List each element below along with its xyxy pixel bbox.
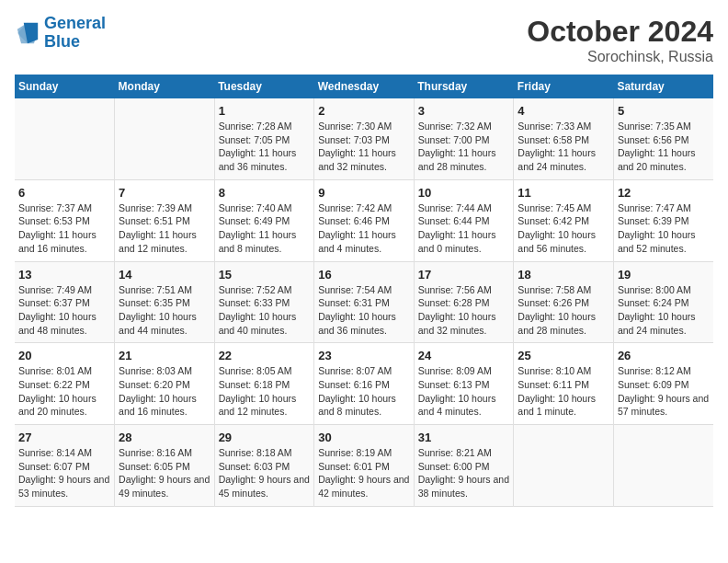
day-info: Sunrise: 7:47 AM Sunset: 6:39 PM Dayligh… bbox=[618, 201, 710, 256]
day-number: 26 bbox=[618, 349, 710, 362]
day-info: Sunrise: 8:12 AM Sunset: 6:09 PM Dayligh… bbox=[618, 364, 710, 419]
calendar-cell: 28Sunrise: 8:16 AM Sunset: 6:05 PM Dayli… bbox=[115, 425, 215, 507]
logo: General Blue bbox=[15, 15, 106, 52]
calendar-cell: 26Sunrise: 8:12 AM Sunset: 6:09 PM Dayli… bbox=[613, 343, 713, 425]
calendar-cell: 14Sunrise: 7:51 AM Sunset: 6:35 PM Dayli… bbox=[115, 261, 215, 343]
day-number: 29 bbox=[219, 431, 311, 444]
day-info: Sunrise: 7:54 AM Sunset: 6:31 PM Dayligh… bbox=[318, 283, 410, 338]
day-info: Sunrise: 8:01 AM Sunset: 6:22 PM Dayligh… bbox=[18, 364, 110, 419]
calendar-cell: 20Sunrise: 8:01 AM Sunset: 6:22 PM Dayli… bbox=[15, 343, 115, 425]
header-day-monday: Monday bbox=[115, 75, 215, 98]
location: Sorochinsk, Russia bbox=[527, 49, 713, 65]
day-number: 22 bbox=[219, 349, 311, 362]
day-number: 2 bbox=[318, 104, 410, 118]
day-info: Sunrise: 7:32 AM Sunset: 7:00 PM Dayligh… bbox=[418, 120, 510, 174]
day-info: Sunrise: 8:10 AM Sunset: 6:11 PM Dayligh… bbox=[518, 364, 609, 419]
calendar-body: 1Sunrise: 7:28 AM Sunset: 7:05 PM Daylig… bbox=[15, 98, 713, 506]
week-row-5: 27Sunrise: 8:14 AM Sunset: 6:07 PM Dayli… bbox=[15, 425, 713, 507]
header-day-wednesday: Wednesday bbox=[314, 75, 415, 98]
day-info: Sunrise: 7:33 AM Sunset: 6:58 PM Dayligh… bbox=[518, 120, 609, 174]
day-info: Sunrise: 8:03 AM Sunset: 6:20 PM Dayligh… bbox=[119, 364, 210, 419]
calendar-cell bbox=[613, 425, 713, 507]
logo-text: General Blue bbox=[44, 15, 106, 52]
day-info: Sunrise: 7:42 AM Sunset: 6:46 PM Dayligh… bbox=[318, 201, 410, 256]
day-number: 23 bbox=[318, 349, 410, 362]
day-number: 19 bbox=[618, 268, 710, 282]
calendar-cell: 11Sunrise: 7:45 AM Sunset: 6:42 PM Dayli… bbox=[514, 179, 614, 261]
page-header: General Blue October 2024 Sorochinsk, Ru… bbox=[15, 15, 713, 65]
day-number: 11 bbox=[518, 186, 609, 200]
day-info: Sunrise: 8:05 AM Sunset: 6:18 PM Dayligh… bbox=[219, 364, 311, 419]
day-info: Sunrise: 7:28 AM Sunset: 7:05 PM Dayligh… bbox=[219, 120, 311, 174]
day-number: 13 bbox=[18, 268, 110, 282]
day-number: 5 bbox=[618, 104, 710, 118]
calendar-cell: 1Sunrise: 7:28 AM Sunset: 7:05 PM Daylig… bbox=[214, 98, 314, 179]
calendar-cell: 9Sunrise: 7:42 AM Sunset: 6:46 PM Daylig… bbox=[314, 179, 415, 261]
day-info: Sunrise: 7:58 AM Sunset: 6:26 PM Dayligh… bbox=[518, 283, 609, 338]
day-number: 15 bbox=[219, 268, 311, 282]
week-row-2: 6Sunrise: 7:37 AM Sunset: 6:53 PM Daylig… bbox=[15, 179, 713, 261]
day-number: 16 bbox=[318, 268, 410, 282]
day-number: 24 bbox=[418, 349, 510, 362]
week-row-4: 20Sunrise: 8:01 AM Sunset: 6:22 PM Dayli… bbox=[15, 343, 713, 425]
day-info: Sunrise: 7:40 AM Sunset: 6:49 PM Dayligh… bbox=[219, 201, 311, 256]
day-number: 21 bbox=[119, 349, 210, 362]
calendar-cell bbox=[115, 98, 215, 179]
day-info: Sunrise: 8:00 AM Sunset: 6:24 PM Dayligh… bbox=[618, 283, 710, 338]
day-number: 18 bbox=[518, 268, 609, 282]
calendar-cell: 25Sunrise: 8:10 AM Sunset: 6:11 PM Dayli… bbox=[514, 343, 614, 425]
calendar-cell: 4Sunrise: 7:33 AM Sunset: 6:58 PM Daylig… bbox=[514, 98, 614, 179]
day-number: 8 bbox=[219, 186, 311, 200]
day-number: 12 bbox=[618, 186, 710, 200]
day-info: Sunrise: 8:21 AM Sunset: 6:00 PM Dayligh… bbox=[418, 446, 510, 500]
day-info: Sunrise: 8:19 AM Sunset: 6:01 PM Dayligh… bbox=[318, 446, 410, 500]
header-day-tuesday: Tuesday bbox=[214, 75, 314, 98]
day-number: 9 bbox=[318, 186, 410, 200]
calendar-cell: 30Sunrise: 8:19 AM Sunset: 6:01 PM Dayli… bbox=[314, 425, 415, 507]
day-info: Sunrise: 8:14 AM Sunset: 6:07 PM Dayligh… bbox=[18, 446, 110, 500]
day-number: 1 bbox=[219, 104, 311, 118]
day-info: Sunrise: 8:09 AM Sunset: 6:13 PM Dayligh… bbox=[418, 364, 510, 419]
day-number: 14 bbox=[119, 268, 210, 282]
day-info: Sunrise: 7:30 AM Sunset: 7:03 PM Dayligh… bbox=[318, 120, 410, 174]
day-number: 28 bbox=[119, 431, 210, 444]
title-block: October 2024 Sorochinsk, Russia bbox=[527, 15, 713, 65]
calendar-cell: 7Sunrise: 7:39 AM Sunset: 6:51 PM Daylig… bbox=[115, 179, 215, 261]
day-number: 10 bbox=[418, 186, 510, 200]
day-info: Sunrise: 8:07 AM Sunset: 6:16 PM Dayligh… bbox=[318, 364, 410, 419]
calendar-cell: 3Sunrise: 7:32 AM Sunset: 7:00 PM Daylig… bbox=[414, 98, 514, 179]
day-number: 31 bbox=[418, 431, 510, 444]
calendar-cell: 16Sunrise: 7:54 AM Sunset: 6:31 PM Dayli… bbox=[314, 261, 415, 343]
day-info: Sunrise: 8:18 AM Sunset: 6:03 PM Dayligh… bbox=[219, 446, 311, 500]
calendar-cell bbox=[15, 98, 115, 179]
calendar-cell: 21Sunrise: 8:03 AM Sunset: 6:20 PM Dayli… bbox=[115, 343, 215, 425]
day-number: 4 bbox=[518, 104, 609, 118]
day-info: Sunrise: 7:49 AM Sunset: 6:37 PM Dayligh… bbox=[18, 283, 110, 338]
calendar-header: SundayMondayTuesdayWednesdayThursdayFrid… bbox=[15, 75, 713, 98]
calendar-cell: 22Sunrise: 8:05 AM Sunset: 6:18 PM Dayli… bbox=[214, 343, 314, 425]
calendar-cell: 31Sunrise: 8:21 AM Sunset: 6:00 PM Dayli… bbox=[414, 425, 514, 507]
header-day-thursday: Thursday bbox=[414, 75, 514, 98]
calendar-cell: 15Sunrise: 7:52 AM Sunset: 6:33 PM Dayli… bbox=[214, 261, 314, 343]
week-row-1: 1Sunrise: 7:28 AM Sunset: 7:05 PM Daylig… bbox=[15, 98, 713, 179]
day-number: 25 bbox=[518, 349, 609, 362]
day-number: 20 bbox=[18, 349, 110, 362]
day-number: 27 bbox=[18, 431, 110, 444]
calendar-cell: 10Sunrise: 7:44 AM Sunset: 6:44 PM Dayli… bbox=[414, 179, 514, 261]
calendar-cell: 12Sunrise: 7:47 AM Sunset: 6:39 PM Dayli… bbox=[613, 179, 713, 261]
day-info: Sunrise: 7:35 AM Sunset: 6:56 PM Dayligh… bbox=[618, 120, 710, 174]
day-info: Sunrise: 8:16 AM Sunset: 6:05 PM Dayligh… bbox=[119, 446, 210, 500]
logo-icon bbox=[15, 20, 40, 46]
calendar-cell: 8Sunrise: 7:40 AM Sunset: 6:49 PM Daylig… bbox=[214, 179, 314, 261]
calendar-cell: 27Sunrise: 8:14 AM Sunset: 6:07 PM Dayli… bbox=[15, 425, 115, 507]
day-number: 30 bbox=[318, 431, 410, 444]
day-number: 17 bbox=[418, 268, 510, 282]
day-number: 3 bbox=[418, 104, 510, 118]
calendar-cell: 19Sunrise: 8:00 AM Sunset: 6:24 PM Dayli… bbox=[613, 261, 713, 343]
month-title: October 2024 bbox=[527, 15, 713, 49]
day-number: 6 bbox=[18, 186, 110, 200]
calendar-cell: 13Sunrise: 7:49 AM Sunset: 6:37 PM Dayli… bbox=[15, 261, 115, 343]
calendar-table: SundayMondayTuesdayWednesdayThursdayFrid… bbox=[15, 75, 713, 507]
header-row: SundayMondayTuesdayWednesdayThursdayFrid… bbox=[15, 75, 713, 98]
header-day-sunday: Sunday bbox=[15, 75, 115, 98]
